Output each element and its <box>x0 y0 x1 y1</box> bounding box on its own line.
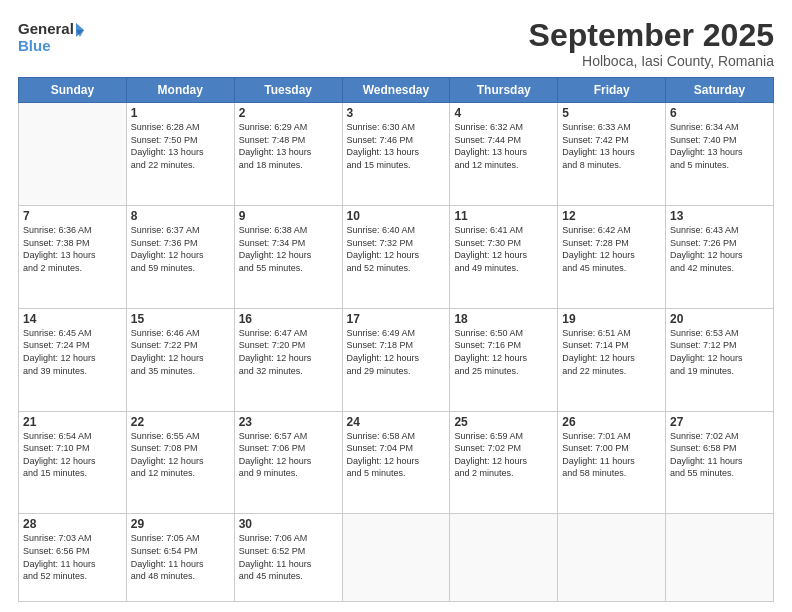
day-info: Sunrise: 6:51 AM Sunset: 7:14 PM Dayligh… <box>562 327 661 377</box>
day-info: Sunrise: 6:47 AM Sunset: 7:20 PM Dayligh… <box>239 327 338 377</box>
day-number: 11 <box>454 209 553 223</box>
calendar-cell: 8Sunrise: 6:37 AM Sunset: 7:36 PM Daylig… <box>126 205 234 308</box>
day-number: 10 <box>347 209 446 223</box>
calendar-cell: 2Sunrise: 6:29 AM Sunset: 7:48 PM Daylig… <box>234 103 342 206</box>
day-number: 16 <box>239 312 338 326</box>
day-number: 4 <box>454 106 553 120</box>
calendar-cell: 6Sunrise: 6:34 AM Sunset: 7:40 PM Daylig… <box>666 103 774 206</box>
calendar-cell: 22Sunrise: 6:55 AM Sunset: 7:08 PM Dayli… <box>126 411 234 514</box>
calendar-cell: 9Sunrise: 6:38 AM Sunset: 7:34 PM Daylig… <box>234 205 342 308</box>
day-info: Sunrise: 6:30 AM Sunset: 7:46 PM Dayligh… <box>347 121 446 171</box>
logo-svg: General Blue <box>18 18 88 60</box>
week-row-4: 21Sunrise: 6:54 AM Sunset: 7:10 PM Dayli… <box>19 411 774 514</box>
day-number: 3 <box>347 106 446 120</box>
calendar-cell: 28Sunrise: 7:03 AM Sunset: 6:56 PM Dayli… <box>19 514 127 602</box>
day-number: 18 <box>454 312 553 326</box>
calendar-cell: 26Sunrise: 7:01 AM Sunset: 7:00 PM Dayli… <box>558 411 666 514</box>
day-info: Sunrise: 6:54 AM Sunset: 7:10 PM Dayligh… <box>23 430 122 480</box>
calendar-cell: 4Sunrise: 6:32 AM Sunset: 7:44 PM Daylig… <box>450 103 558 206</box>
day-header-saturday: Saturday <box>666 78 774 103</box>
day-number: 29 <box>131 517 230 531</box>
calendar-cell: 24Sunrise: 6:58 AM Sunset: 7:04 PM Dayli… <box>342 411 450 514</box>
logo: General Blue <box>18 18 88 60</box>
day-number: 13 <box>670 209 769 223</box>
calendar-cell: 25Sunrise: 6:59 AM Sunset: 7:02 PM Dayli… <box>450 411 558 514</box>
calendar-cell: 1Sunrise: 6:28 AM Sunset: 7:50 PM Daylig… <box>126 103 234 206</box>
calendar-cell: 20Sunrise: 6:53 AM Sunset: 7:12 PM Dayli… <box>666 308 774 411</box>
day-number: 19 <box>562 312 661 326</box>
day-header-wednesday: Wednesday <box>342 78 450 103</box>
calendar: SundayMondayTuesdayWednesdayThursdayFrid… <box>18 77 774 602</box>
day-number: 21 <box>23 415 122 429</box>
calendar-cell: 7Sunrise: 6:36 AM Sunset: 7:38 PM Daylig… <box>19 205 127 308</box>
day-info: Sunrise: 6:58 AM Sunset: 7:04 PM Dayligh… <box>347 430 446 480</box>
calendar-cell: 3Sunrise: 6:30 AM Sunset: 7:46 PM Daylig… <box>342 103 450 206</box>
calendar-cell: 18Sunrise: 6:50 AM Sunset: 7:16 PM Dayli… <box>450 308 558 411</box>
calendar-cell <box>666 514 774 602</box>
day-info: Sunrise: 6:28 AM Sunset: 7:50 PM Dayligh… <box>131 121 230 171</box>
page: General Blue September 2025 Holboca, Ias… <box>0 0 792 612</box>
day-info: Sunrise: 6:41 AM Sunset: 7:30 PM Dayligh… <box>454 224 553 274</box>
day-number: 28 <box>23 517 122 531</box>
day-info: Sunrise: 6:37 AM Sunset: 7:36 PM Dayligh… <box>131 224 230 274</box>
day-info: Sunrise: 7:03 AM Sunset: 6:56 PM Dayligh… <box>23 532 122 582</box>
day-number: 1 <box>131 106 230 120</box>
day-number: 26 <box>562 415 661 429</box>
day-number: 5 <box>562 106 661 120</box>
day-info: Sunrise: 6:38 AM Sunset: 7:34 PM Dayligh… <box>239 224 338 274</box>
day-header-monday: Monday <box>126 78 234 103</box>
day-number: 27 <box>670 415 769 429</box>
calendar-cell: 19Sunrise: 6:51 AM Sunset: 7:14 PM Dayli… <box>558 308 666 411</box>
day-number: 30 <box>239 517 338 531</box>
calendar-cell: 16Sunrise: 6:47 AM Sunset: 7:20 PM Dayli… <box>234 308 342 411</box>
calendar-cell: 13Sunrise: 6:43 AM Sunset: 7:26 PM Dayli… <box>666 205 774 308</box>
day-info: Sunrise: 6:36 AM Sunset: 7:38 PM Dayligh… <box>23 224 122 274</box>
day-number: 17 <box>347 312 446 326</box>
calendar-cell <box>19 103 127 206</box>
svg-text:General: General <box>18 20 74 37</box>
calendar-cell: 17Sunrise: 6:49 AM Sunset: 7:18 PM Dayli… <box>342 308 450 411</box>
day-number: 9 <box>239 209 338 223</box>
day-number: 20 <box>670 312 769 326</box>
calendar-cell: 27Sunrise: 7:02 AM Sunset: 6:58 PM Dayli… <box>666 411 774 514</box>
day-info: Sunrise: 6:53 AM Sunset: 7:12 PM Dayligh… <box>670 327 769 377</box>
day-info: Sunrise: 6:43 AM Sunset: 7:26 PM Dayligh… <box>670 224 769 274</box>
week-row-5: 28Sunrise: 7:03 AM Sunset: 6:56 PM Dayli… <box>19 514 774 602</box>
day-info: Sunrise: 7:02 AM Sunset: 6:58 PM Dayligh… <box>670 430 769 480</box>
days-header-row: SundayMondayTuesdayWednesdayThursdayFrid… <box>19 78 774 103</box>
day-number: 24 <box>347 415 446 429</box>
day-info: Sunrise: 6:46 AM Sunset: 7:22 PM Dayligh… <box>131 327 230 377</box>
day-number: 8 <box>131 209 230 223</box>
calendar-cell <box>450 514 558 602</box>
day-info: Sunrise: 6:57 AM Sunset: 7:06 PM Dayligh… <box>239 430 338 480</box>
day-info: Sunrise: 6:32 AM Sunset: 7:44 PM Dayligh… <box>454 121 553 171</box>
day-info: Sunrise: 7:01 AM Sunset: 7:00 PM Dayligh… <box>562 430 661 480</box>
day-info: Sunrise: 6:33 AM Sunset: 7:42 PM Dayligh… <box>562 121 661 171</box>
day-info: Sunrise: 7:06 AM Sunset: 6:52 PM Dayligh… <box>239 532 338 582</box>
day-number: 23 <box>239 415 338 429</box>
calendar-cell: 14Sunrise: 6:45 AM Sunset: 7:24 PM Dayli… <box>19 308 127 411</box>
day-info: Sunrise: 6:29 AM Sunset: 7:48 PM Dayligh… <box>239 121 338 171</box>
day-number: 7 <box>23 209 122 223</box>
day-header-thursday: Thursday <box>450 78 558 103</box>
day-header-sunday: Sunday <box>19 78 127 103</box>
day-info: Sunrise: 6:50 AM Sunset: 7:16 PM Dayligh… <box>454 327 553 377</box>
day-info: Sunrise: 6:34 AM Sunset: 7:40 PM Dayligh… <box>670 121 769 171</box>
calendar-cell <box>342 514 450 602</box>
calendar-cell: 10Sunrise: 6:40 AM Sunset: 7:32 PM Dayli… <box>342 205 450 308</box>
month-title: September 2025 <box>529 18 774 53</box>
day-header-tuesday: Tuesday <box>234 78 342 103</box>
day-number: 22 <box>131 415 230 429</box>
day-info: Sunrise: 6:55 AM Sunset: 7:08 PM Dayligh… <box>131 430 230 480</box>
svg-text:Blue: Blue <box>18 37 51 54</box>
calendar-cell: 30Sunrise: 7:06 AM Sunset: 6:52 PM Dayli… <box>234 514 342 602</box>
day-number: 14 <box>23 312 122 326</box>
day-info: Sunrise: 6:40 AM Sunset: 7:32 PM Dayligh… <box>347 224 446 274</box>
day-info: Sunrise: 7:05 AM Sunset: 6:54 PM Dayligh… <box>131 532 230 582</box>
day-info: Sunrise: 6:42 AM Sunset: 7:28 PM Dayligh… <box>562 224 661 274</box>
calendar-cell <box>558 514 666 602</box>
week-row-2: 7Sunrise: 6:36 AM Sunset: 7:38 PM Daylig… <box>19 205 774 308</box>
week-row-3: 14Sunrise: 6:45 AM Sunset: 7:24 PM Dayli… <box>19 308 774 411</box>
calendar-cell: 12Sunrise: 6:42 AM Sunset: 7:28 PM Dayli… <box>558 205 666 308</box>
calendar-cell: 15Sunrise: 6:46 AM Sunset: 7:22 PM Dayli… <box>126 308 234 411</box>
